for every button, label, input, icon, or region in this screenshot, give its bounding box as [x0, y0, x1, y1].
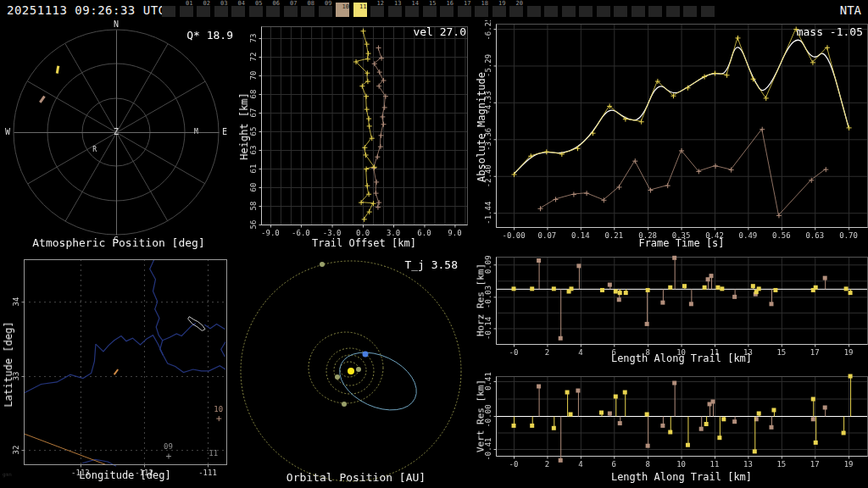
- camera-box-11: 11: [353, 3, 367, 17]
- camera-box-07: 07: [284, 6, 298, 17]
- camera-box-label: 07: [290, 0, 297, 7]
- camera-box-18: 18: [475, 6, 488, 17]
- camera-box-empty: [562, 6, 576, 17]
- camera-box-empty: [666, 6, 680, 17]
- magnitude-panel: mass -1.05 Absolute Magnitude Frame Time…: [475, 20, 868, 251]
- velocity-value: vel 27.0: [413, 25, 466, 38]
- camera-box-20: 20: [509, 6, 523, 17]
- camera-box-label: 04: [238, 0, 245, 7]
- camera-box-empty: [597, 6, 610, 17]
- orbital-position-panel: T_j 3.58 Orbital Position [AU]: [237, 251, 475, 488]
- camera-box-empty: [701, 6, 715, 17]
- horz-res-plot: [475, 251, 868, 369]
- camera-status-bar: 0102030405060708091011121314151617181920: [0, 0, 729, 20]
- camera-box-label: 13: [394, 0, 401, 7]
- vert-res-plot: [475, 369, 868, 488]
- camera-box-label: 10: [342, 3, 349, 10]
- camera-box-10: 10: [336, 3, 349, 17]
- camera-box-empty: [632, 6, 645, 17]
- camera-box-01: 01: [180, 6, 193, 17]
- camera-box-label: 06: [273, 0, 280, 7]
- camera-box-06: 06: [266, 6, 280, 17]
- camera-box-08: 08: [301, 6, 314, 17]
- telemetry-dashboard: 20251113 09:26:33 UTC 010203040506070809…: [0, 0, 868, 488]
- trail-offset-axis-label: Trail Offset [km]: [261, 237, 467, 249]
- q-star-value: Q* 18.9: [186, 29, 233, 42]
- camera-box-label: 12: [377, 0, 384, 7]
- height-axis-label: Height [km]: [238, 92, 250, 159]
- polar-plot-title: Atmospheric Position [deg]: [0, 236, 237, 249]
- mass-value: mass -1.05: [797, 25, 863, 38]
- atmospheric-position-plot: [0, 20, 237, 251]
- camera-box-empty: [527, 6, 541, 17]
- magnitude-plot: [475, 20, 868, 251]
- camera-box-label: 09: [325, 0, 331, 7]
- camera-box-13: 13: [388, 6, 402, 17]
- length-along-trail-label-2: Length Along Trail [km]: [496, 471, 867, 483]
- magnitude-axis-label: Absolute Magnitude: [476, 72, 487, 182]
- camera-box-12: 12: [370, 6, 384, 17]
- camera-box-label: 03: [220, 0, 227, 7]
- trail-offset-panel: vel 27.0 Height [km] Trail Offset [km]: [237, 20, 475, 251]
- camera-box-15: 15: [423, 6, 437, 17]
- trail-offset-plot: [237, 20, 475, 251]
- camera-box-04: 04: [231, 6, 245, 17]
- camera-box-empty: [162, 6, 175, 17]
- camera-box-17: 17: [458, 6, 471, 17]
- camera-box-empty: [683, 6, 697, 17]
- frame-time-axis-label: Frame Time [s]: [496, 237, 867, 249]
- camera-box-empty: [648, 6, 662, 17]
- camera-box-05: 05: [249, 6, 263, 17]
- camera-box-empty: [544, 6, 558, 17]
- atmospheric-position-panel: Q* 18.9 Atmospheric Position [deg]: [0, 20, 237, 251]
- camera-box-empty: [579, 6, 593, 17]
- station-code: NTA: [840, 3, 861, 17]
- ground-map-plot: [0, 251, 237, 488]
- camera-box-label: 14: [412, 0, 419, 7]
- ground-map-panel: Latitude [deg] Longitude [deg] gmn: [0, 251, 237, 488]
- camera-box-label: 02: [203, 0, 210, 7]
- vert-res-axis-label: Vert Res [km]: [476, 380, 487, 452]
- camera-box-empty: [614, 6, 627, 17]
- camera-box-label: 17: [464, 0, 470, 7]
- camera-box-label: 16: [447, 0, 453, 7]
- camera-box-label: 18: [481, 0, 488, 7]
- top-status-bar: 20251113 09:26:33 UTC 010203040506070809…: [0, 0, 868, 20]
- camera-box-label: 19: [498, 0, 505, 7]
- camera-box-label: 20: [516, 0, 523, 7]
- camera-box-label: 08: [308, 0, 314, 7]
- longitude-axis-label: Longitude [deg]: [24, 469, 226, 481]
- camera-box-14: 14: [405, 6, 419, 17]
- camera-box-19: 19: [492, 6, 506, 17]
- camera-box-16: 16: [440, 6, 453, 17]
- horz-res-panel: Horz Res [km] Length Along Trail [km]: [475, 251, 868, 369]
- camera-box-02: 02: [197, 6, 210, 17]
- camera-box-label: 05: [255, 0, 262, 7]
- orbital-position-plot: [237, 251, 475, 488]
- latitude-axis-label: Latitude [deg]: [3, 321, 14, 407]
- camera-box-label: 15: [429, 0, 436, 7]
- camera-box-label: 01: [186, 0, 192, 7]
- orbital-plot-title: Orbital Position [AU]: [237, 471, 475, 484]
- length-along-trail-label-1: Length Along Trail [km]: [496, 352, 867, 364]
- camera-box-03: 03: [214, 6, 228, 17]
- watermark: gmn: [3, 471, 12, 477]
- vert-res-panel: Vert Res [km] Length Along Trail [km]: [475, 369, 868, 488]
- camera-box-label: 11: [359, 3, 366, 10]
- tisserand-value: T_j 3.58: [404, 258, 458, 271]
- camera-box-09: 09: [319, 6, 332, 17]
- horz-res-axis-label: Horz Res [km]: [476, 263, 487, 336]
